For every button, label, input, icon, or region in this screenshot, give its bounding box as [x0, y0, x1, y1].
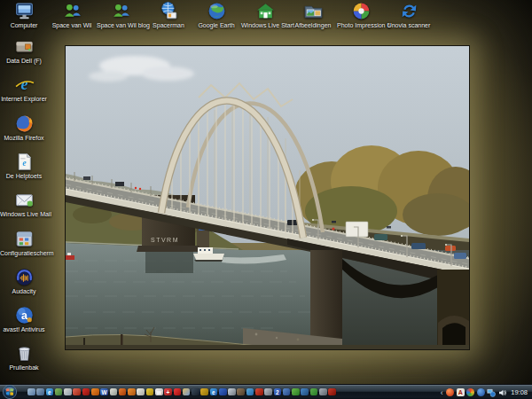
- red-dot-icon[interactable]: [328, 388, 336, 396]
- desktop-icon-label: Photo Impression 6: [337, 22, 385, 29]
- taskbar: eWw+e2 ‹ A 19:08: [0, 384, 532, 399]
- desktop-icon-label: Windows Live Start: [241, 22, 289, 29]
- desktop-icon-data-dell-f[interactable]: Data Dell (F): [0, 36, 48, 72]
- bridge-scene: STVRM: [66, 46, 469, 349]
- desktop[interactable]: STVRM: [0, 0, 532, 399]
- pictures-folder-icon: [303, 1, 324, 21]
- red-cross-icon[interactable]: [174, 388, 182, 396]
- grey-app-icon[interactable]: [319, 388, 327, 396]
- desktop-icon-label: Space van Wil: [48, 22, 96, 29]
- svg-text:e: e: [22, 159, 26, 168]
- desktop-icon-de-helptoets[interactable]: eDe Helptoets: [0, 152, 48, 187]
- photo-wheel-icon: [351, 1, 372, 21]
- green-globe-icon[interactable]: [292, 388, 300, 396]
- blue-2-icon[interactable]: 2: [274, 388, 282, 396]
- desktop-icon-mozilla-firefox[interactable]: Mozilla Firefox: [0, 113, 48, 149]
- plug-icon[interactable]: [237, 388, 245, 396]
- desktop-icon-label: Internet Explorer: [0, 96, 48, 103]
- mail-icon[interactable]: [64, 388, 72, 396]
- network-icon[interactable]: [487, 388, 496, 397]
- alert-icon[interactable]: A: [457, 388, 465, 396]
- desktop-icon-google-earth[interactable]: Google Earth: [192, 1, 240, 36]
- desktop-icon-spacerman[interactable]: Spacerman: [145, 1, 192, 36]
- notepad-icon[interactable]: [137, 388, 145, 396]
- desktop-icon-audacity[interactable]: Audacity: [0, 267, 48, 302]
- pinnacle-icon[interactable]: +: [164, 388, 172, 396]
- desktop-icon-unovia-scanner[interactable]: Unovia scanner: [385, 1, 433, 36]
- desktop-icon-avast-antivirus[interactable]: aavast! Antivirus: [0, 305, 48, 340]
- desktop-icon-label: Spacerman: [145, 22, 192, 29]
- desktop-icon-windows-live-start[interactable]: Windows Live Start: [241, 1, 289, 36]
- desktop-icon-label: Computer: [0, 22, 48, 29]
- graffiti-text: STVRM: [151, 237, 179, 243]
- desktop-icon-prullenbak[interactable]: Prullenbak: [0, 343, 48, 379]
- firefox-2-icon[interactable]: [128, 388, 136, 396]
- envelope-icon: [14, 190, 35, 210]
- media-player-red-icon[interactable]: [73, 388, 81, 396]
- avast-icon: a: [14, 305, 35, 325]
- opera-icon[interactable]: [82, 388, 90, 396]
- globe-card-icon: [159, 1, 179, 21]
- help-page-icon: e: [14, 152, 35, 172]
- switch-windows-icon[interactable]: [36, 388, 44, 396]
- yellow-key-icon[interactable]: [146, 388, 154, 396]
- tray-expand-icon[interactable]: ‹: [440, 386, 444, 399]
- avast-tray-icon[interactable]: [446, 388, 454, 396]
- green-house-icon: [255, 1, 276, 21]
- google-earth-icon: [207, 1, 227, 21]
- drive-icon: [14, 36, 35, 57]
- control-panel-icon: [14, 229, 35, 249]
- wallpaper-photo: STVRM: [65, 45, 470, 350]
- desktop-icon-label: Google Earth: [192, 22, 240, 29]
- volume-icon[interactable]: [498, 388, 507, 397]
- desktop-icon-afbeeldingen[interactable]: Afbeeldingen: [289, 1, 337, 36]
- recycle-bin-icon: [14, 343, 35, 364]
- phone-icon[interactable]: [192, 388, 200, 396]
- show-desktop-icon[interactable]: [27, 388, 35, 396]
- globe-icon[interactable]: [246, 388, 254, 396]
- photo-gallery-icon[interactable]: [55, 388, 63, 396]
- desktop-icon-label: Unovia scanner: [385, 22, 433, 29]
- desktop-icon-label: Data Dell (F): [0, 58, 48, 65]
- desktop-icon-label: Configuratiescherm: [0, 250, 48, 257]
- firefox-icon[interactable]: [91, 388, 99, 396]
- gold-tool-icon[interactable]: [200, 388, 208, 396]
- live-writer-icon[interactable]: w: [155, 388, 163, 396]
- car-icon[interactable]: [255, 388, 263, 396]
- system-tray: ‹ A 19:08: [440, 385, 530, 399]
- contacts-icon[interactable]: [183, 388, 191, 396]
- taskbar-clock[interactable]: 19:08: [509, 388, 530, 396]
- blue-app-icon[interactable]: [219, 388, 227, 396]
- msn-people-icon: [62, 1, 82, 21]
- lock-icon[interactable]: [283, 388, 291, 396]
- green-app-icon[interactable]: [310, 388, 318, 396]
- firefox-icon: [14, 113, 35, 134]
- desktop-icon-label: Windows Live Mail: [0, 211, 48, 218]
- desktop-icon-label: Afbeeldingen: [289, 22, 337, 29]
- desktop-icon-space-van-wil[interactable]: Space van Wil: [48, 1, 96, 36]
- desktop-icon-internet-explorer[interactable]: eInternet Explorer: [0, 74, 48, 110]
- desktop-icon-photo-impression-6[interactable]: Photo Impression 6: [337, 1, 385, 36]
- desktop-icon-label: Mozilla Firefox: [0, 135, 48, 142]
- svg-text:e: e: [20, 75, 27, 93]
- orange-app-icon[interactable]: [119, 388, 127, 396]
- desktop-icon-label: De Helptoets: [0, 173, 48, 180]
- desktop-icon-configuratiescherm[interactable]: Configuratiescherm: [0, 229, 48, 264]
- desktop-icon-space-van-wil-blog[interactable]: Space van Wil blog: [97, 1, 145, 36]
- desktop-icon-computer[interactable]: Computer: [0, 1, 48, 36]
- quick-launch: eWw+e2: [27, 388, 336, 397]
- eye-icon[interactable]: [264, 388, 272, 396]
- start-button[interactable]: [3, 385, 17, 399]
- computer-icon: [14, 1, 35, 21]
- media-blue-icon[interactable]: [301, 388, 309, 396]
- window-icon[interactable]: [228, 388, 236, 396]
- internet-explorer-icon[interactable]: e: [46, 388, 54, 396]
- document-icon[interactable]: [110, 388, 118, 396]
- blue-ball-icon[interactable]: [477, 388, 485, 396]
- desktop-icon-label: avast! Antivirus: [0, 326, 48, 333]
- desktop-icon-label: Space van Wil blog: [97, 22, 145, 29]
- desktop-icon-windows-live-mail[interactable]: Windows Live Mail: [0, 190, 48, 225]
- security-ball-icon[interactable]: [466, 388, 474, 396]
- blue-e-icon[interactable]: e: [210, 388, 218, 396]
- word-icon[interactable]: W: [100, 388, 108, 396]
